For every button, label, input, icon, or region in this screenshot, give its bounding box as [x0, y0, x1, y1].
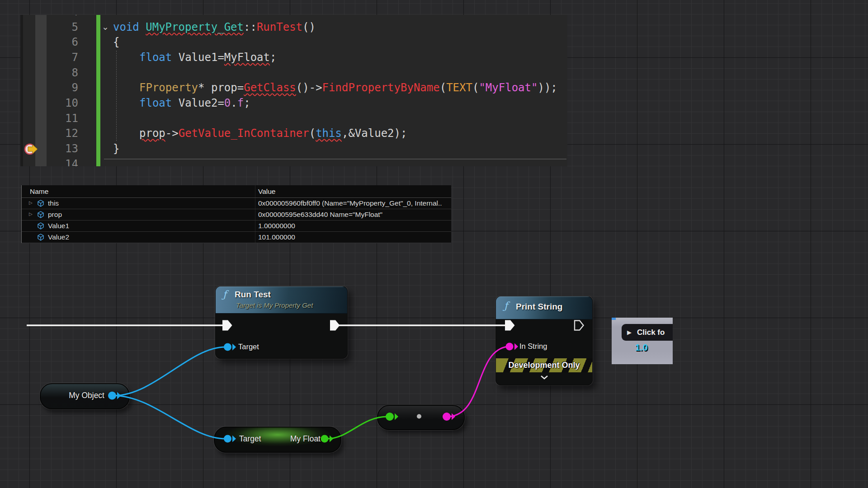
- collapse-chevron-icon[interactable]: [540, 375, 548, 380]
- node-header[interactable]: ƒ Print String: [496, 296, 592, 319]
- debug-value: 1.0: [635, 343, 648, 353]
- function-icon: ƒ: [223, 289, 226, 300]
- development-only-banner: Development Only: [496, 358, 592, 372]
- click-for-more-button[interactable]: ▶ Click fo: [622, 324, 673, 341]
- node-print-string[interactable]: ƒ Print String In String Development Onl…: [495, 296, 593, 385]
- node-header[interactable]: ƒ Run Test Target is My Property Get: [216, 286, 347, 314]
- pin-label-target: Target: [239, 434, 261, 444]
- pin-label-in-string: In String: [519, 342, 547, 351]
- node-title: Run Test: [235, 290, 271, 300]
- play-arrow-icon: ▶: [627, 329, 632, 336]
- tooltip-corner-chip: [612, 318, 616, 320]
- node-label: My Object: [69, 391, 104, 400]
- banner-label: Development Only: [508, 361, 580, 370]
- pin-label-my-float: My Float: [290, 434, 321, 444]
- node-float-to-string-conversion[interactable]: [377, 405, 465, 430]
- node-get-my-float[interactable]: Target My Float: [214, 427, 341, 453]
- function-icon: ƒ: [504, 300, 508, 311]
- node-my-object[interactable]: My Object: [40, 383, 130, 409]
- node-run-test[interactable]: ƒ Run Test Target is My Property Get Tar…: [215, 286, 348, 359]
- pin-label-target: Target: [238, 343, 259, 351]
- blueprint-graph-canvas[interactable]: 45⌄void UMyProperty_Get::RunTest()6{7flo…: [0, 0, 868, 488]
- button-label: Click fo: [637, 328, 665, 337]
- debug-value-tooltip: ▶ Click fo 1.0: [612, 318, 673, 364]
- node-subtitle: Target is My Property Get: [236, 301, 313, 309]
- node-title: Print String: [516, 302, 562, 312]
